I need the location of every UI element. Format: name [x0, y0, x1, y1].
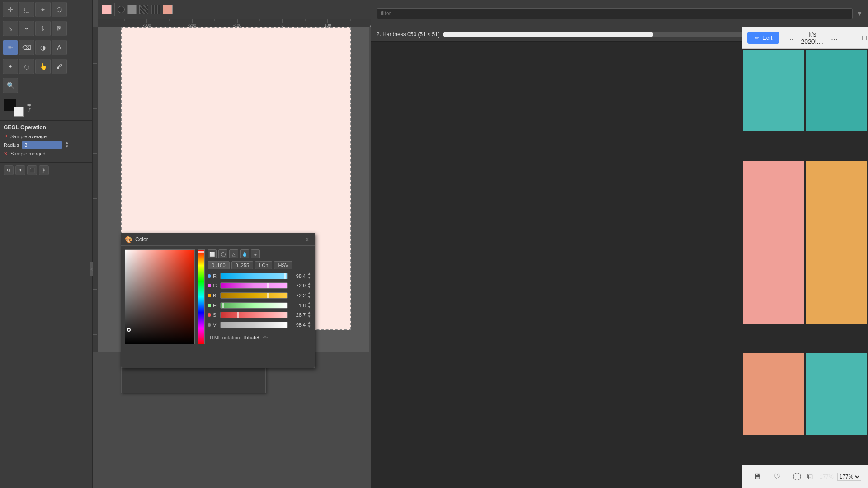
gegl-radius-input[interactable]	[22, 141, 62, 149]
options-icon-3[interactable]: ⬛	[27, 165, 37, 175]
svg-text:-300: -300	[143, 23, 151, 27]
channel-R-dot	[208, 274, 211, 278]
browser-image-grid	[742, 49, 868, 465]
color-icons-row: ⬜ ◯ △ 💧 #	[208, 249, 311, 258]
gegl-radius-down[interactable]: ▼	[65, 145, 69, 149]
tool-paint[interactable]: 🖌	[52, 59, 67, 74]
browser-icon-heart[interactable]: ♡	[771, 470, 783, 483]
browser-cell-4[interactable]	[743, 353, 804, 435]
channel-S-row: S 26.7 ▲▼	[208, 311, 311, 319]
gegl-title: GEGL Operation	[4, 124, 89, 131]
channel-H-value: 1.8	[289, 303, 306, 308]
tool-move[interactable]: ✛	[3, 2, 18, 17]
channel-S-slider[interactable]	[220, 312, 288, 318]
color-dialog: 🎨 Color × ⬜ ◯ △ 💧 # 0..100 0..255	[121, 233, 315, 368]
channel-R-slider[interactable]	[220, 273, 288, 279]
zoom-select[interactable]: 177% 100% 50%	[837, 473, 861, 481]
channel-H-slider[interactable]	[220, 302, 288, 309]
color-mode-square[interactable]: ⬜	[208, 249, 217, 258]
edit-icon: ✏	[755, 34, 760, 41]
gegl-radius-label: Radius	[4, 142, 19, 148]
channel-G-label: G	[213, 283, 218, 288]
gegl-merged-close[interactable]: ✕	[4, 151, 8, 157]
color-mode-water[interactable]: 💧	[240, 249, 249, 258]
brush-swatch-stripe[interactable]	[139, 5, 148, 14]
browser-edit-button[interactable]: ✏ Edit	[747, 32, 779, 44]
tool-dodge[interactable]: ◑	[35, 40, 51, 55]
browser-cell-3[interactable]	[806, 161, 867, 324]
tool-heal[interactable]: ⚕	[35, 21, 51, 36]
channel-B-value: 72.2	[289, 293, 306, 298]
color-dialog-title: Color	[135, 236, 300, 243]
channel-V-dot	[208, 323, 211, 327]
browser-cell-0[interactable]	[743, 50, 804, 131]
tool-blur[interactable]: ◌	[19, 59, 34, 74]
mode-lch-btn[interactable]: LCh	[255, 261, 272, 269]
channel-S-arrows[interactable]: ▲▼	[307, 311, 311, 319]
brush-circle[interactable]	[118, 6, 125, 13]
channel-G-arrows[interactable]: ▲▼	[307, 282, 311, 290]
hue-strip[interactable]	[198, 249, 205, 344]
browser-title-text: It's 2020!....	[801, 31, 824, 45]
browser-more-button-2[interactable]: ...	[827, 31, 841, 44]
channel-B-slider[interactable]	[220, 292, 288, 299]
channel-R-arrows[interactable]: ▲▼	[307, 272, 311, 280]
browser-cell-1[interactable]	[806, 50, 867, 131]
browser-cell-5[interactable]	[806, 353, 867, 435]
tool-warp[interactable]: ⌁	[19, 21, 34, 36]
filter-input[interactable]	[377, 8, 853, 19]
color-gradient-square[interactable]	[125, 249, 195, 344]
tool-zoom[interactable]: 🔍	[3, 78, 18, 93]
reset-colors[interactable]: ↺	[27, 108, 31, 113]
options-icon-1[interactable]: ⚙	[4, 165, 14, 175]
options-icon-2[interactable]: ✦	[15, 165, 25, 175]
tool-clone[interactable]: ⎘	[52, 21, 67, 36]
html-edit-button[interactable]: ✏	[262, 334, 269, 341]
color-picker-body: ⬜ ◯ △ 💧 # 0..100 0..255 LCh HSV R 9	[121, 246, 315, 354]
color-mode-hex[interactable]: #	[251, 249, 260, 258]
browser-icon-layers[interactable]: ⧉	[803, 470, 816, 483]
browser-icon-info[interactable]: ⓘ	[791, 470, 803, 483]
brush-swatch-gray1[interactable]	[127, 5, 137, 14]
brush-swatch-salmon[interactable]	[163, 5, 173, 14]
browser-edit-label: Edit	[762, 34, 772, 41]
range-0-100-btn[interactable]: 0..100	[208, 261, 230, 269]
browser-minimize[interactable]: −	[845, 32, 857, 44]
zoom-out-button[interactable]: −	[865, 470, 868, 483]
color-dialog-close[interactable]: ×	[303, 235, 311, 244]
browser-icon-monitor[interactable]: 🖥	[751, 470, 764, 483]
tool-eraser[interactable]: ⌫	[19, 40, 34, 55]
channel-H-arrows[interactable]: ▲▼	[307, 301, 311, 310]
channel-V-arrows[interactable]: ▲▼	[307, 321, 311, 329]
mode-hsv-btn[interactable]: HSV	[274, 261, 292, 269]
channel-S-label: S	[213, 312, 218, 318]
color-mode-circle[interactable]: ◯	[218, 249, 227, 258]
options-expand[interactable]: ⟫	[39, 165, 49, 175]
background-color[interactable]	[14, 107, 24, 117]
tool-text[interactable]: A	[52, 40, 67, 55]
brush-swatch-stripe2[interactable]	[151, 5, 160, 14]
tool-pencil[interactable]: ✏	[3, 40, 18, 55]
tool-rect-select[interactable]: ⬚	[19, 2, 34, 17]
browser-more-button[interactable]: ...	[783, 31, 797, 44]
range-0-255-btn[interactable]: 0..255	[231, 261, 254, 269]
tool-smudge[interactable]: 👆	[35, 59, 51, 74]
swap-colors[interactable]: ⇆	[27, 103, 31, 108]
color-dialog-titlebar[interactable]: 🎨 Color ×	[121, 233, 315, 246]
channel-V-slider[interactable]	[220, 322, 288, 328]
gegl-sample-close[interactable]: ✕	[4, 133, 8, 139]
tool-scale[interactable]: ⤡	[3, 21, 18, 36]
color-mode-triangle[interactable]: △	[229, 249, 238, 258]
html-value[interactable]: fbbab8	[244, 335, 259, 340]
browser-maximize[interactable]: □	[859, 32, 868, 44]
filter-dropdown-icon[interactable]: ▼	[856, 10, 863, 17]
browser-bottom-icons: 🖥 ♡ ⓘ	[751, 470, 803, 483]
browser-cell-2[interactable]	[743, 161, 804, 324]
tool-lasso[interactable]: ⌖	[35, 2, 51, 17]
channel-G-slider[interactable]	[220, 282, 288, 289]
tool-magic-wand[interactable]: ⬡	[52, 2, 67, 17]
brush-swatch-pink[interactable]	[102, 5, 112, 14]
svg-text:-100: -100	[233, 23, 241, 27]
channel-B-arrows[interactable]: ▲▼	[307, 291, 311, 300]
tool-heal2[interactable]: ✦	[3, 59, 18, 74]
